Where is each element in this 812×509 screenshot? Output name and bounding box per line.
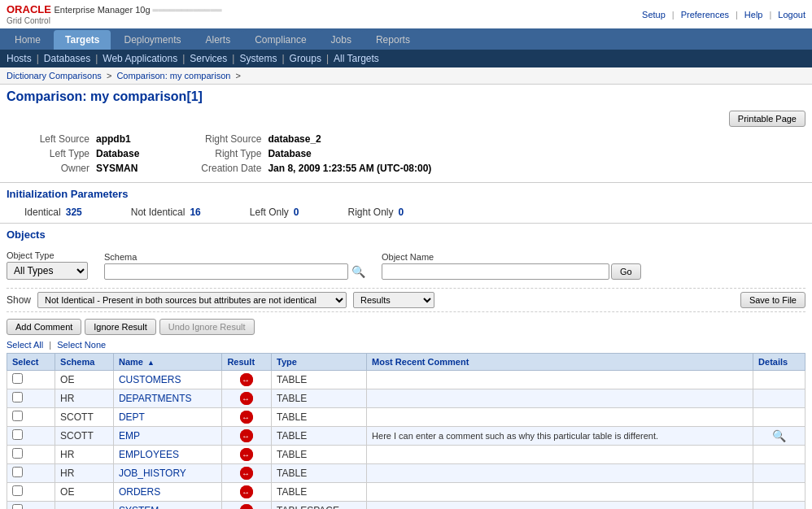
subnav-web-applications[interactable]: Web Applications <box>103 53 177 64</box>
tab-alerts[interactable]: Alerts <box>194 30 242 50</box>
object-type-select[interactable]: All Types <box>7 262 88 280</box>
col-header-schema[interactable]: Schema <box>55 354 114 371</box>
object-name-input[interactable] <box>382 263 609 280</box>
right-type-value: Database <box>268 148 311 159</box>
row-checkbox[interactable] <box>12 485 23 496</box>
breadcrumb-comparison[interactable]: Comparison: my comparison <box>116 71 230 80</box>
tab-reports[interactable]: Reports <box>365 30 421 50</box>
right-only-item: Right Only 0 <box>348 207 404 218</box>
tab-compliance[interactable]: Compliance <box>243 30 317 50</box>
row-name-link[interactable]: JOB_HISTORY <box>119 468 186 479</box>
breadcrumb-dictionary-comparisons[interactable]: Dictionary Comparisons <box>7 71 102 80</box>
row-details <box>753 371 805 389</box>
creation-date-value: Jan 8, 2009 1:23:55 AM (UTC-08:00) <box>268 163 431 174</box>
subnav-databases[interactable]: Databases <box>44 53 90 64</box>
select-links: Select All | Select None <box>7 338 805 353</box>
row-comment <box>367 408 753 427</box>
subnav-all-targets[interactable]: All Targets <box>334 53 379 64</box>
row-name-link[interactable]: ORDERS <box>119 486 160 498</box>
identical-item: Identical 325 <box>24 207 82 218</box>
name-sort-arrow: ▲ <box>147 359 155 367</box>
left-source-label: Left Source <box>16 133 89 145</box>
row-name-link[interactable]: EMP <box>119 430 140 442</box>
logout-link[interactable]: Logout <box>778 10 805 20</box>
go-button[interactable]: Go <box>611 263 641 280</box>
row-name-link[interactable]: DEPARTMENTS <box>119 393 192 404</box>
not-identical-icon: ↔ <box>240 467 253 480</box>
setup-link[interactable]: Setup <box>642 10 666 20</box>
row-name: ORDERS <box>113 483 221 502</box>
tab-targets[interactable]: Targets <box>54 30 111 50</box>
schema-input[interactable] <box>104 263 348 280</box>
not-identical-icon: ↔ <box>240 448 253 461</box>
row-checkbox[interactable] <box>12 429 23 440</box>
row-type: TABLE <box>272 371 367 389</box>
select-all-link[interactable]: Select All <box>7 340 43 350</box>
oracle-logo: ORACLE Enterprise Manager 10g ══════════… <box>7 3 222 25</box>
row-type: TABLE <box>272 427 367 446</box>
row-name-link[interactable]: EMPLOYEES <box>119 449 179 460</box>
right-only-value[interactable]: 0 <box>399 207 404 218</box>
row-checkbox[interactable] <box>12 373 23 384</box>
not-identical-value[interactable]: 16 <box>190 207 200 218</box>
row-result: ↔ <box>222 464 272 483</box>
col-header-name[interactable]: Name ▲ <box>113 354 221 371</box>
row-checkbox[interactable] <box>12 504 23 509</box>
subnav-systems[interactable]: Systems <box>239 53 277 64</box>
schema-label: Schema <box>104 252 365 262</box>
subnav-groups[interactable]: Groups <box>290 53 321 64</box>
add-comment-button[interactable]: Add Comment <box>7 319 81 335</box>
printable-page-button[interactable]: Printable Page <box>729 111 805 127</box>
row-name: CUSTOMERS <box>113 371 221 389</box>
row-checkbox[interactable] <box>12 392 23 402</box>
row-select-cell <box>7 427 55 446</box>
row-select-cell <box>7 483 55 502</box>
help-link[interactable]: Help <box>744 10 763 20</box>
undo-ignore-button[interactable]: Undo Ignore Result <box>159 319 255 335</box>
tab-deployments[interactable]: Deployments <box>112 30 192 50</box>
row-details <box>753 446 805 464</box>
tab-jobs[interactable]: Jobs <box>320 30 363 50</box>
identical-value[interactable]: 325 <box>66 207 82 218</box>
row-name-link[interactable]: DEPT <box>119 411 145 423</box>
col-header-details: Details <box>753 354 805 371</box>
show-select[interactable]: Not Identical - Present in both sources … <box>37 292 347 308</box>
row-type: TABLE <box>272 483 367 502</box>
ignore-result-button[interactable]: Ignore Result <box>85 319 155 335</box>
details-search-icon[interactable]: 🔍 <box>772 429 786 442</box>
results-select[interactable]: Results <box>353 292 434 308</box>
objects-filters: Object Type All Types Schema 🔍 Object Na… <box>7 246 805 285</box>
svg-text:↔: ↔ <box>242 394 250 403</box>
select-none-link[interactable]: Select None <box>57 340 106 350</box>
row-result: ↔ <box>222 502 272 510</box>
row-name-link[interactable]: CUSTOMERS <box>119 374 181 385</box>
schema-search-icon[interactable]: 🔍 <box>351 265 365 278</box>
subnav-hosts[interactable]: Hosts <box>7 53 32 64</box>
row-checkbox[interactable] <box>12 448 23 459</box>
tab-home[interactable]: Home <box>3 30 52 50</box>
row-result: ↔ <box>222 427 272 446</box>
row-result: ↔ <box>222 408 272 427</box>
subnav-services[interactable]: Services <box>190 53 227 64</box>
info-owner-row: Owner SYSMAN <box>16 163 139 174</box>
sub-nav: Hosts | Databases | Web Applications | S… <box>0 50 812 67</box>
right-source-label: Right Source <box>188 133 261 145</box>
row-type: TABLE <box>272 408 367 427</box>
info-left-col: Left Source appdb1 Left Type Database Ow… <box>16 133 139 174</box>
right-type-label: Right Type <box>188 148 261 159</box>
table-row: HRDEPARTMENTS↔TABLE <box>7 389 805 408</box>
object-type-label: Object Type <box>7 250 88 260</box>
col-header-type: Type <box>272 354 367 371</box>
row-schema: HR <box>55 389 114 408</box>
save-to-file-button[interactable]: Save to File <box>740 292 805 308</box>
row-name-link[interactable]: SYSTEM <box>119 505 159 509</box>
info-section: Left Source appdb1 Left Type Database Ow… <box>0 130 812 182</box>
preferences-link[interactable]: Preferences <box>681 10 729 20</box>
info-creation-date-row: Creation Date Jan 8, 2009 1:23:55 AM (UT… <box>188 163 431 174</box>
left-only-label: Left Only <box>250 207 289 218</box>
info-right-col: Right Source database_2 Right Type Datab… <box>188 133 431 174</box>
row-checkbox[interactable] <box>12 411 23 421</box>
row-checkbox[interactable] <box>12 467 23 477</box>
row-comment <box>367 371 753 389</box>
left-only-value[interactable]: 0 <box>294 207 299 218</box>
